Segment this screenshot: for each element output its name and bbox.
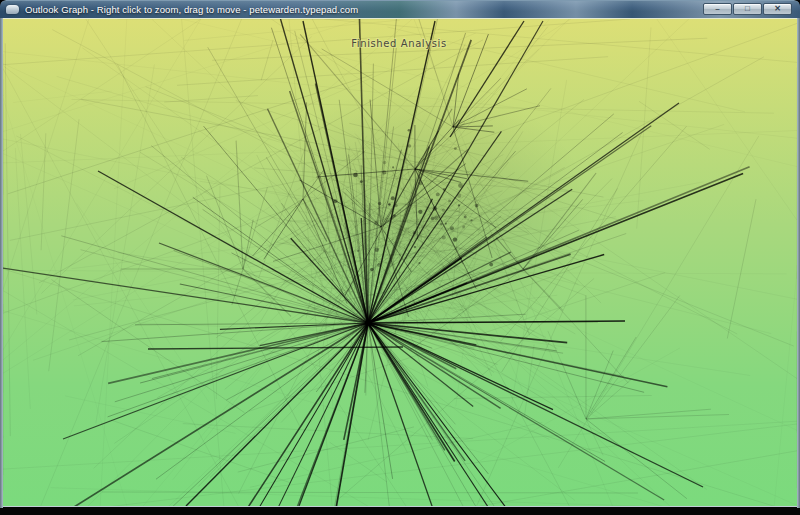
close-button[interactable]: ✕ [763,3,792,15]
status-text: Finished Analysis [351,38,447,49]
graph-canvas[interactable]: Finished Analysis [3,19,797,507]
maximize-icon: □ [745,5,750,13]
window-title: Outlook Graph - Right click to zoom, dra… [25,1,358,18]
minimize-button[interactable]: – [703,3,732,15]
title-bar[interactable]: Outlook Graph - Right click to zoom, dra… [0,0,800,18]
close-icon: ✕ [774,5,781,13]
minimize-icon: – [715,5,719,13]
graph-viewport: Finished Analysis [3,18,797,507]
app-icon [6,5,19,14]
caption-buttons: – □ ✕ [703,3,792,15]
maximize-button[interactable]: □ [733,3,762,15]
window-frame-left [0,18,3,508]
outlook-graph-window: Outlook Graph - Right click to zoom, dra… [0,0,800,515]
desktop-gap [0,508,800,515]
